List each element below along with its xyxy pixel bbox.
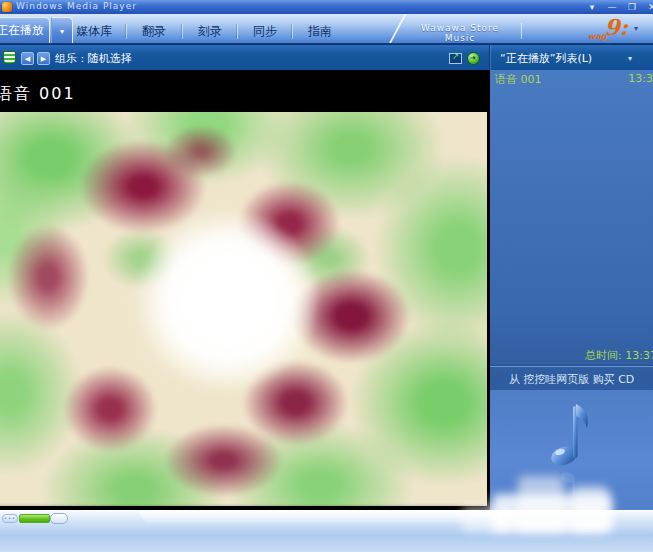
- tab-library[interactable]: 媒体库: [68, 19, 120, 43]
- playlist-item-duration: 13:37: [628, 72, 653, 85]
- title-bar: Windows Media Player ▾ — ❐ ✕: [0, 0, 653, 14]
- playlist-list: 语音 001 13:37: [490, 70, 653, 346]
- tab-separator: [126, 24, 127, 39]
- maximize-button[interactable]: ❐: [625, 2, 639, 13]
- tab-separator: [292, 24, 293, 39]
- visualization-frame: [0, 112, 487, 506]
- minimize-button[interactable]: —: [605, 2, 619, 13]
- playlist-selector-arrow-icon[interactable]: ▾: [628, 54, 632, 63]
- tab-separator: [237, 24, 238, 39]
- total-time-label: 总时间:: [585, 349, 622, 362]
- window-controls: ▾ — ❐ ✕: [585, 0, 653, 14]
- seek-progress[interactable]: [19, 514, 50, 523]
- total-time-value: 13:37: [625, 349, 653, 362]
- playlist-item-title: 语音 001: [495, 72, 542, 87]
- tab-store[interactable]: Wawawa Store Music: [406, 23, 514, 43]
- seek-options-button[interactable]: •••: [2, 514, 18, 523]
- window-title: Windows Media Player: [16, 1, 137, 11]
- panel-divider: [490, 365, 653, 367]
- tab-now-playing[interactable]: 正在播放: [0, 17, 50, 44]
- playlist-selector[interactable]: “正在播放”列表(L): [500, 51, 592, 66]
- tab-rip[interactable]: 翻录: [128, 19, 180, 43]
- wmp-window: Windows Media Player ▾ — ❐ ✕ 正在播放 ▾ 媒体库 …: [0, 0, 653, 552]
- sub-toolbar: ◀ ▶ 组乐 : 随机选择 “正在播放”列表(L) ▾: [0, 44, 653, 70]
- playlist-panel: 语音 001 13:37 总时间: 13:37 从 挖挖哇网页版 购买 CD: [490, 70, 653, 510]
- close-button[interactable]: ✕: [645, 2, 653, 13]
- playlist-item[interactable]: 语音 001 13:37: [490, 72, 653, 87]
- visualization-image[interactable]: [0, 112, 487, 506]
- buy-cd-link[interactable]: 从 挖挖哇网页版 购买 CD: [490, 372, 653, 387]
- forward-button[interactable]: ▶: [37, 52, 50, 65]
- toolbar-divider: [489, 45, 490, 71]
- fullscreen-icon[interactable]: [449, 53, 462, 64]
- now-playing-options-icon[interactable]: [3, 51, 16, 64]
- tab-swoosh-divider: [356, 14, 409, 44]
- visualization-options-icon[interactable]: [467, 52, 480, 65]
- video-area: 语音 001: [0, 70, 490, 510]
- store-dropdown-icon[interactable]: ▾: [634, 24, 638, 33]
- seek-slider-handle[interactable]: [50, 513, 68, 524]
- visualization-breadcrumb: 组乐 : 随机选择: [55, 51, 132, 66]
- tab-separator: [182, 24, 183, 39]
- tab-burn[interactable]: 刻录: [184, 19, 236, 43]
- store-logo-icon: 9: wag: [586, 16, 632, 44]
- wmp-app-icon: [2, 2, 12, 12]
- back-button[interactable]: ◀: [21, 52, 34, 65]
- menu-arrow-icon[interactable]: ▾: [585, 2, 599, 13]
- total-time-row: 总时间: 13:37: [490, 348, 653, 363]
- track-title-overlay: 语音 001: [0, 84, 76, 105]
- tab-sync[interactable]: 同步: [239, 19, 291, 43]
- store-separator: [521, 23, 522, 39]
- watermark-blob: [492, 494, 612, 532]
- tab-guide[interactable]: 指南: [294, 19, 346, 43]
- tab-bar: 正在播放 ▾ 媒体库 翻录 刻录 同步 指南 Wawawa Store Musi…: [0, 14, 653, 44]
